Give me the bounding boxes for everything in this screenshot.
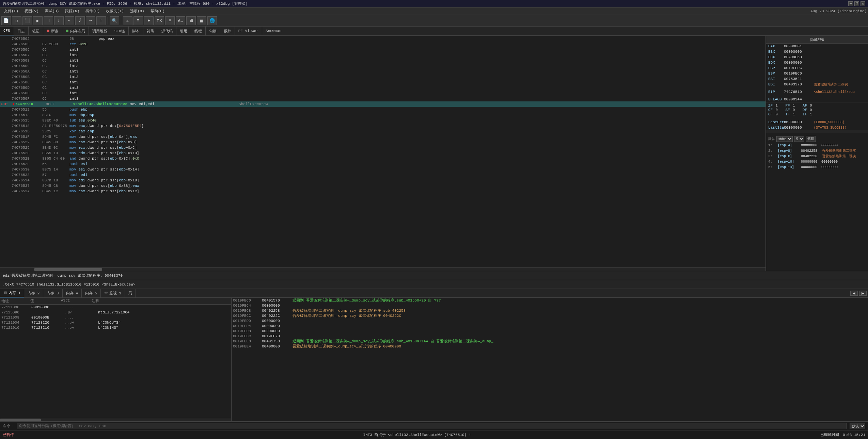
maximize-button[interactable]: □ bbox=[854, 1, 859, 6]
reg-eflags[interactable]: EFLAGS 00000344 bbox=[766, 97, 868, 102]
menu-favorites[interactable]: 收藏夹(I) bbox=[103, 8, 127, 14]
tab-source[interactable]: 源代码 bbox=[158, 27, 176, 35]
tab-memory-layout[interactable]: 内存布局 bbox=[62, 27, 89, 35]
table-row[interactable]: 74C76530 8B75 14 mov esi,dword ptr ss:[e… bbox=[0, 167, 766, 172]
tab-handles[interactable]: 句柄 bbox=[206, 27, 220, 35]
table-row[interactable]: 74C76522 8B45 08 mov eax,dword ptr ss:[e… bbox=[0, 140, 766, 145]
reg-ecx[interactable]: ECX BFAD9E63 bbox=[766, 54, 868, 60]
command-mode-select[interactable]: 默认 bbox=[850, 423, 865, 429]
eip-row[interactable]: EIP ● 74C76510 8BFF <shell132.ShellExecu… bbox=[0, 101, 766, 107]
table-row[interactable]: 74C76509 CC int3 bbox=[0, 63, 766, 69]
tab-breakpoints[interactable]: 断点 bbox=[43, 27, 62, 35]
stack-row[interactable]: 0019FEDC 0019FF70 bbox=[232, 334, 868, 339]
stack-row[interactable]: 0019FECC 0040222C 吾爱破解培训第二课实例—_dump_scy_… bbox=[232, 313, 868, 318]
tab-ref[interactable]: 引用 bbox=[176, 27, 191, 35]
toolbar-run[interactable]: ▶ bbox=[33, 16, 43, 25]
reg-edx[interactable]: EDX 00000000 bbox=[766, 60, 868, 65]
reg-esp[interactable]: ESP 0019FEC0 bbox=[766, 71, 868, 76]
menu-plugins[interactable]: 插件(P) bbox=[83, 8, 102, 14]
mem-row[interactable]: 77125D90 .]w ntdll.77121004 bbox=[0, 310, 231, 315]
mem-row[interactable]: 77121000 00020000 .... bbox=[0, 305, 231, 310]
stack-row[interactable]: 0019FEE4 00400000 吾爱破解培训第二课实例—_dump_scy_… bbox=[232, 344, 868, 349]
menu-view[interactable]: 视图(V) bbox=[22, 8, 42, 14]
toolbar-step-into[interactable]: ↓ bbox=[54, 16, 64, 25]
mem-next-btn[interactable]: ▶ bbox=[859, 291, 867, 296]
table-row[interactable]: 74C76537 8945 C8 mov dword ptr ss:[ebp-0… bbox=[0, 183, 766, 189]
reg-edi[interactable]: EDI 00403370 吾爱破解培训第二课实 bbox=[766, 82, 868, 87]
table-row[interactable]: 74C76503 C2 2800 ret 0x28 bbox=[0, 42, 766, 47]
tab-snowman[interactable]: Snowman bbox=[262, 27, 285, 35]
table-row[interactable]: 74C76534 8B7D 18 mov edi,dword ptr ss:[e… bbox=[0, 178, 766, 183]
menu-options[interactable]: 选项(O) bbox=[127, 8, 147, 14]
tab-seh[interactable]: SEH链 bbox=[111, 27, 129, 35]
toolbar-run-to-sel[interactable]: → bbox=[86, 16, 95, 25]
mem-row[interactable]: 77121010 77128210 ...w L"CONIN$" bbox=[0, 325, 231, 330]
toolbar-A[interactable]: Aₐ bbox=[176, 16, 185, 25]
reg-eip[interactable]: EIP 74C76510 <shell132.ShellExecu bbox=[766, 89, 868, 95]
mem-row[interactable]: 77121004 77128220 ...w L"CONOUT$" bbox=[0, 320, 231, 325]
tab-script[interactable]: 脚本 bbox=[129, 27, 143, 35]
table-row[interactable]: 74C7650D CC int3 bbox=[0, 85, 766, 91]
mem-tab-watch1[interactable]: 👁 监视 1 bbox=[101, 289, 125, 297]
stack-row[interactable]: 0019FEE0 00401733 返回到 吾爱破解培训第二课实例—_dump_… bbox=[232, 339, 868, 344]
stack-row[interactable]: 0019FEC4 00000000 bbox=[232, 303, 868, 308]
tab-pe-viewer[interactable]: PE Viewer bbox=[235, 27, 262, 35]
reg-ebx[interactable]: EBX 00000000 bbox=[766, 49, 868, 54]
menu-trace[interactable]: 跟踪(N) bbox=[62, 8, 82, 14]
table-row[interactable]: 74C7650C CC int3 bbox=[0, 80, 766, 85]
table-row[interactable]: 74C76528 8B55 10 mov edx,dword ptr ss:[e… bbox=[0, 150, 766, 156]
table-row[interactable]: 74C76508 CC int3 bbox=[0, 58, 766, 63]
mem-tab-2[interactable]: 内存 2 bbox=[24, 289, 43, 297]
close-button[interactable]: ✕ bbox=[861, 1, 865, 6]
mem-tab-5[interactable]: 内存 5 bbox=[82, 289, 101, 297]
table-row[interactable]: 74C76515 83EC 40 sub esp,0x40 bbox=[0, 118, 766, 123]
stack-row[interactable]: 0019FED0 00000000 bbox=[232, 318, 868, 323]
tab-log[interactable]: 日志 bbox=[14, 27, 29, 35]
reg-esi[interactable]: ESI 00753521 bbox=[766, 76, 868, 82]
tab-symbols[interactable]: 符号 bbox=[143, 27, 158, 35]
toolbar-cpu[interactable]: 🖥 bbox=[186, 16, 196, 25]
table-row[interactable]: 74C76525 8B4D 0C mov ecx,dword ptr ss:[e… bbox=[0, 145, 766, 150]
table-row[interactable]: 74C76506 CC int3 bbox=[0, 47, 766, 52]
stack-row[interactable]: 0019FEC0 00401570 返回到 吾爱破解培训第二课实例—_dump_… bbox=[232, 298, 868, 303]
table-row[interactable]: 74C7650E CC int3 bbox=[0, 91, 766, 96]
toolbar-pencil[interactable]: ✏️ bbox=[123, 16, 132, 25]
table-row[interactable]: 74C7651D 33C5 xor eax,ebp bbox=[0, 129, 766, 134]
table-row[interactable]: 74C76513 8BEC mov ebp,esp bbox=[0, 112, 766, 118]
menu-file[interactable]: 文件(F) bbox=[1, 8, 21, 14]
toolbar-mem[interactable]: ≡ bbox=[133, 16, 143, 25]
menu-debug[interactable]: 调试(D) bbox=[42, 8, 62, 14]
mem-tab-3[interactable]: 内存 3 bbox=[43, 289, 62, 297]
table-row[interactable]: 74C76502 58 pop eax bbox=[0, 36, 766, 42]
command-input[interactable] bbox=[17, 423, 847, 429]
tab-threads[interactable]: 线程 bbox=[191, 27, 206, 35]
reg-ebp[interactable]: EBP 0019FEDC bbox=[766, 65, 868, 71]
reg-eax[interactable]: EAX 00000001 bbox=[766, 44, 868, 49]
unlock-button[interactable]: 解锁 bbox=[806, 136, 816, 142]
tab-trace[interactable]: 跟踪 bbox=[220, 27, 235, 35]
table-row[interactable]: 74C76507 CC int3 bbox=[0, 52, 766, 58]
toolbar-new[interactable]: 📄 bbox=[1, 16, 11, 25]
stack-row[interactable]: 0019FED4 00000000 bbox=[232, 323, 868, 328]
toolbar-bp[interactable]: ● bbox=[144, 16, 154, 25]
disasm-panel[interactable]: 74C76502 58 pop eax 74C76503 C2 2800 ret… bbox=[0, 36, 766, 271]
disasm-hscroll[interactable] bbox=[0, 267, 766, 271]
table-row[interactable]: 74C7650B CC int3 bbox=[0, 74, 766, 80]
mem-prev-btn[interactable]: ◀ bbox=[850, 291, 858, 296]
mem-tab-local[interactable]: 局 bbox=[125, 289, 136, 297]
table-row[interactable]: 74C7652B 8365 C4 00 and dword ptr ss:[eb… bbox=[0, 156, 766, 161]
minimize-button[interactable]: — bbox=[848, 1, 853, 6]
table-row[interactable]: 74C7653A 8B45 1C mov eax,dword ptr ss:[e… bbox=[0, 189, 766, 194]
table-row[interactable]: 74C7650A CC int3 bbox=[0, 69, 766, 74]
menu-help[interactable]: 帮助(H) bbox=[148, 8, 168, 14]
call-conv-select[interactable]: stdca bbox=[776, 136, 793, 142]
stack-row[interactable]: 0019FEC8 00402258 吾爱破解培训第二课实例—_dump_scy_… bbox=[232, 308, 868, 313]
call-arg-count[interactable]: 5 bbox=[794, 136, 804, 142]
reg-laststatus[interactable]: LastStatus 00000000 (STATUS_SUCCESS) bbox=[766, 125, 868, 130]
reg-lasterror[interactable]: LastError 00000000 (ERROR_SUCCESS) bbox=[766, 119, 868, 125]
tab-cpu[interactable]: CPU bbox=[0, 27, 14, 35]
toolbar-b3[interactable]: 🌐 bbox=[207, 16, 217, 25]
table-row[interactable]: 74C76512 55 push ebp bbox=[0, 107, 766, 112]
toolbar-step-over[interactable]: ↷ bbox=[65, 16, 74, 25]
toolbar-restart[interactable]: ⬛ bbox=[22, 16, 32, 25]
